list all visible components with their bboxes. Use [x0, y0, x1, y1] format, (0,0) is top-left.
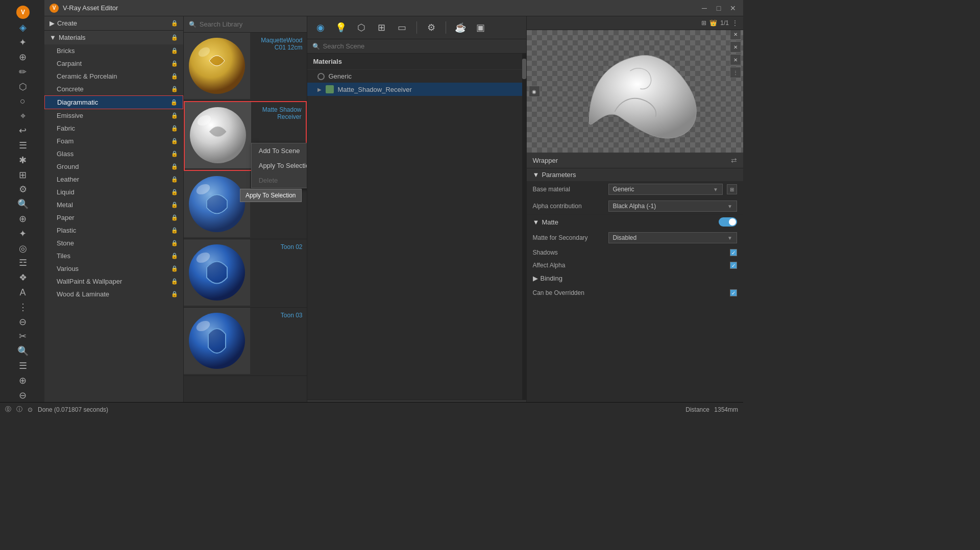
toolbar-gear-icon[interactable]: ⚙ [423, 19, 439, 36]
toolbar-rect-icon[interactable]: ▭ [394, 19, 410, 36]
toolbar-layers-icon[interactable]: ⊞ [374, 19, 390, 36]
app-tool-19[interactable]: A [13, 286, 33, 299]
app-tool-select[interactable]: ◈ [13, 21, 33, 34]
mat-list-matte-shadow[interactable]: ▶ Matte_Shadow_Receiver [307, 83, 526, 96]
sidebar-item-liquid[interactable]: Liquid 🔒 [44, 186, 183, 198]
preview-btn-5[interactable]: ✕ [730, 41, 741, 53]
app-tool-24[interactable]: ☰ [13, 360, 33, 372]
sidebar-item-metal[interactable]: Metal 🔒 [44, 198, 183, 211]
sidebar-item-glass[interactable]: Glass 🔒 [44, 147, 183, 160]
preview-btn-6[interactable]: ✕ [730, 54, 741, 65]
sidebar-item-ground[interactable]: Ground 🔒 [44, 160, 183, 173]
app-tool-25[interactable]: ⊕ [13, 374, 33, 387]
app-tool-12[interactable]: ⚙ [13, 183, 33, 196]
sidebar-item-stone[interactable]: Stone 🔒 [44, 237, 183, 249]
alpha-dropdown[interactable]: Black Alpha (-1) ▼ [608, 201, 738, 212]
preview-btn-7[interactable]: ⋮ [730, 67, 741, 78]
thumbnail-toon02[interactable]: Toon 02 [184, 239, 307, 308]
sidebar-item-ceramic[interactable]: Ceramic & Porcelain 🔒 [44, 70, 183, 83]
matte-toggle[interactable] [719, 217, 737, 227]
app-tool-3[interactable]: ⊕ [13, 51, 33, 64]
app-tool-17[interactable]: ☲ [13, 257, 33, 269]
app-tool-22[interactable]: ✂ [13, 330, 33, 343]
sidebar-item-carpaint[interactable]: Carpaint 🔒 [44, 57, 183, 70]
materials-expand-arrow: ▼ [50, 34, 56, 41]
toolbar-sphere-icon[interactable]: ◉ [312, 19, 329, 36]
app-tool-21[interactable]: ⊖ [13, 315, 33, 328]
sidebar-item-concrete[interactable]: Concrete 🔒 [44, 83, 183, 95]
app-tool-23[interactable]: 🔍 [13, 345, 33, 358]
toolbar-light-icon[interactable]: 💡 [333, 19, 349, 36]
app-tool-6[interactable]: ○ [13, 95, 33, 108]
app-tool-10[interactable]: ✱ [13, 154, 33, 166]
app-tool-move[interactable]: ✦ [13, 36, 33, 49]
sidebar-item-diagrammatic[interactable]: Diagrammatic 🔒 [44, 95, 183, 109]
app-tool-16[interactable]: ◎ [13, 242, 33, 255]
app-tool-13[interactable]: 🔍 [13, 198, 33, 211]
mat-list-generic[interactable]: Generic [307, 70, 526, 83]
search-input[interactable] [200, 20, 302, 28]
bricks-lock-icon: 🔒 [171, 47, 178, 54]
toolbar-camera-icon[interactable]: ▣ [473, 19, 489, 36]
thumbnail-toon03[interactable]: Toon 03 [184, 308, 307, 376]
sidebar-item-various[interactable]: Various 🔒 [44, 262, 183, 275]
app-tool-5[interactable]: ⬡ [13, 80, 33, 93]
sidebar-item-leather[interactable]: Leather 🔒 [44, 173, 183, 186]
props-top-bar: ⊞ 👑 1/1 ⋮ [527, 16, 744, 30]
app-tool-9[interactable]: ☰ [13, 139, 33, 152]
app-tool-4[interactable]: ✏ [13, 65, 33, 78]
affect-alpha-checkbox[interactable]: ✓ [730, 262, 737, 269]
sidebar-item-bricks[interactable]: Bricks 🔒 [44, 44, 183, 57]
context-apply-to-selection[interactable]: Apply To Selection [252, 158, 307, 173]
app-tool-7[interactable]: ⌖ [13, 110, 33, 122]
thumbnail-maquettewood[interactable]: MaquetteWoodC01 12cm [184, 33, 307, 101]
props-crown-icon[interactable]: 👑 [709, 19, 717, 27]
wrapper-collapse-icon[interactable]: ⇄ [731, 156, 737, 164]
preview-left-btn[interactable]: ◉ [529, 86, 540, 97]
app-logo[interactable]: V [13, 5, 33, 19]
sidebar-item-wood[interactable]: Wood & Laminate 🔒 [44, 288, 183, 301]
binding-header[interactable]: ▶ Binding [533, 274, 738, 282]
app-tool-11[interactable]: ⊞ [13, 168, 33, 181]
shadows-checkbox[interactable]: ✓ [730, 249, 737, 256]
concrete-lock-icon: 🔒 [171, 86, 178, 92]
sidebar-item-emissive[interactable]: Emissive 🔒 [44, 109, 183, 122]
distance-label: Distance 1354mm [685, 406, 738, 413]
materials-section-header[interactable]: ▼ Materials 🔒 [44, 30, 183, 44]
preview-btn-4[interactable]: ✕ [730, 30, 741, 40]
matte-toggle-knob [729, 218, 736, 226]
thumbnail-matte-shadow[interactable]: Matte ShadowReceiver Add To Scene Apply … [184, 101, 307, 171]
app-tool-15[interactable]: ✦ [13, 227, 33, 240]
matte-secondary-dropdown[interactable]: Disabled ▼ [608, 232, 738, 243]
materials-scroll-thumb[interactable] [522, 59, 526, 79]
app-tool-20[interactable]: ⋮ [13, 301, 33, 313]
toolbar-teapot-icon[interactable]: ☕ [452, 19, 469, 36]
maximize-button[interactable]: □ [714, 3, 724, 13]
app-tool-14[interactable]: ⊕ [13, 213, 33, 226]
base-material-link-btn[interactable]: ⊞ [727, 184, 737, 194]
context-add-to-scene[interactable]: Add To Scene [252, 143, 307, 158]
sidebar-item-foam[interactable]: Foam 🔒 [44, 135, 183, 147]
matte-shadow-icon [326, 85, 334, 93]
sidebar-item-paper[interactable]: Paper 🔒 [44, 211, 183, 224]
toolbar-cube-icon[interactable]: ⬡ [353, 19, 370, 36]
props-grid-icon[interactable]: ⊞ [701, 19, 706, 27]
sidebar-item-fabric[interactable]: Fabric 🔒 [44, 122, 183, 135]
can-override-checkbox[interactable]: ✓ [730, 289, 737, 296]
sidebar-item-plastic[interactable]: Plastic 🔒 [44, 224, 183, 237]
base-material-dropdown[interactable]: Generic ▼ [608, 184, 723, 195]
app-tool-18[interactable]: ❖ [13, 271, 33, 284]
materials-scrollbar[interactable] [522, 54, 526, 399]
scene-search-input[interactable] [323, 42, 521, 50]
params-sub-header[interactable]: ▼ Parameters [527, 168, 744, 181]
close-button[interactable]: ✕ [728, 3, 738, 13]
app-tool-26[interactable]: ⊖ [13, 389, 33, 402]
props-menu-icon[interactable]: ⋮ [732, 19, 738, 27]
sidebar-item-wallpaint[interactable]: WallPaint & Wallpaper 🔒 [44, 275, 183, 288]
create-section-header[interactable]: ▶ Create 🔒 [44, 16, 183, 30]
wrapper-header[interactable]: Wrapper ⇄ [527, 153, 744, 168]
sidebar-item-tiles[interactable]: Tiles 🔒 [44, 249, 183, 262]
matte-expand[interactable]: ▼ Matte [533, 218, 715, 226]
minimize-button[interactable]: ─ [699, 3, 709, 13]
app-tool-8[interactable]: ↩ [13, 124, 33, 137]
